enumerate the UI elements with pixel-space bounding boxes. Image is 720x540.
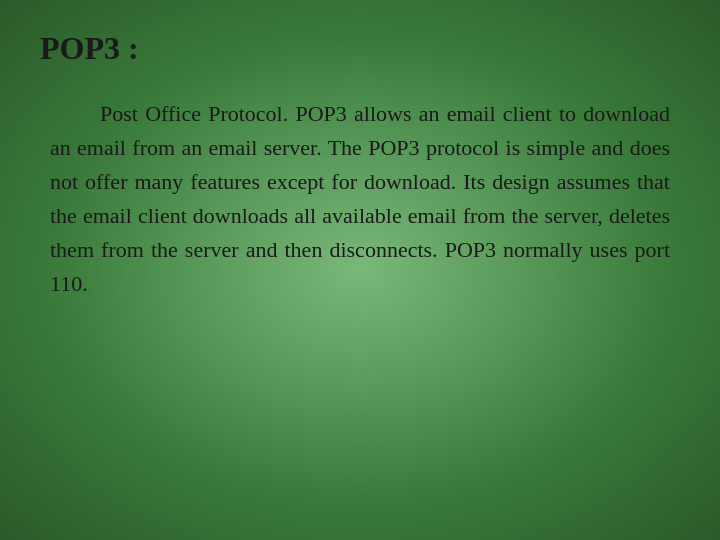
slide-title: POP3 : (40, 30, 680, 67)
slide-body: Post Office Protocol. POP3 allows an ema… (40, 97, 680, 302)
slide-background: POP3 : Post Office Protocol. POP3 allows… (0, 0, 720, 540)
slide-body-text: Post Office Protocol. POP3 allows an ema… (50, 101, 670, 296)
